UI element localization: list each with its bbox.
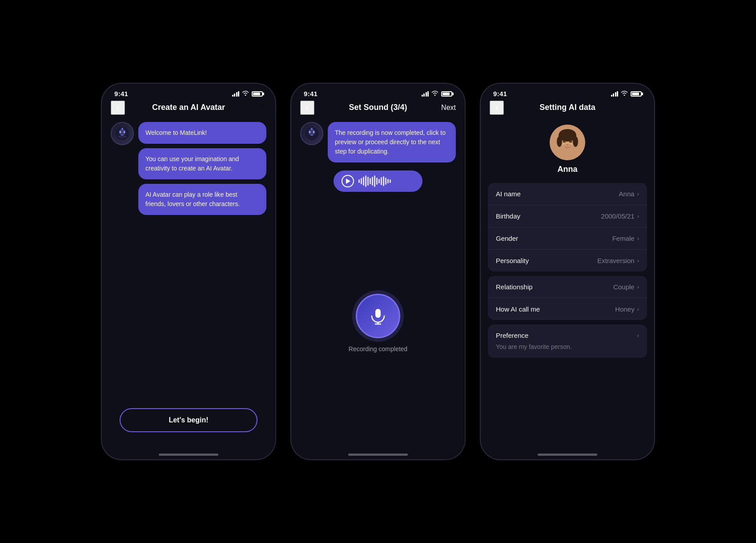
mic-circle-container: Recording completed <box>349 210 407 437</box>
svg-point-14 <box>313 132 314 133</box>
status-icons-2 <box>422 90 453 97</box>
svg-rect-18 <box>375 309 381 318</box>
nav-bar-2: ‹ Set Sound (3/4) Next <box>291 101 465 118</box>
status-bar-3: 9:41 <box>481 84 654 101</box>
wifi-icon-1 <box>242 90 249 97</box>
waveform <box>358 175 414 187</box>
chat-bubble-1: Welcome to MateLink! <box>138 122 266 144</box>
pref-text: You are my favorite person. <box>496 343 572 350</box>
svg-point-26 <box>573 136 578 147</box>
back-button-1[interactable]: ‹ <box>111 101 125 115</box>
chat-row-1: Welcome to MateLink! You can use your im… <box>111 122 266 215</box>
bot-avatar-1 <box>111 122 134 145</box>
label-birthday: Birthday <box>496 212 520 220</box>
mic-circle[interactable] <box>356 294 400 338</box>
avatar-section: Anna <box>481 118 654 183</box>
phone-2: 9:41 ‹ Set Sound (3/4) Next <box>291 84 465 459</box>
settings-group-1: AI name Anna › Birthday 2000/05/21 › Gen… <box>488 183 647 272</box>
phone2-content: The recording is now completed, click to… <box>291 118 465 450</box>
status-time-3: 9:41 <box>493 90 507 97</box>
chevron-personality: › <box>637 257 639 264</box>
chevron-birthday: › <box>637 213 639 219</box>
settings-item-ai-name[interactable]: AI name Anna › <box>488 183 647 205</box>
status-icons-1 <box>232 90 263 97</box>
nav-title-1: Create an AI Avatar <box>152 103 225 112</box>
signal-icon-1 <box>232 91 240 97</box>
begin-button[interactable]: Let's begin! <box>120 408 257 432</box>
status-time-2: 9:41 <box>304 90 318 97</box>
svg-point-28 <box>569 141 572 143</box>
signal-icon-2 <box>422 91 429 97</box>
battery-icon-2 <box>441 91 452 97</box>
status-bar-1: 9:41 <box>102 84 275 101</box>
svg-rect-6 <box>121 134 124 135</box>
chat-bubbles-1: Welcome to MateLink! You can use your im… <box>138 122 266 215</box>
next-button-2[interactable]: Next <box>441 104 456 112</box>
svg-point-29 <box>567 144 568 146</box>
chat-bubble-sound: The recording is now completed, click to… <box>328 122 456 162</box>
recording-label: Recording completed <box>349 345 407 353</box>
value-call-me: Honey › <box>615 305 639 313</box>
bot-avatar-2 <box>300 122 323 145</box>
value-gender: Female › <box>612 235 639 242</box>
label-relationship: Relationship <box>496 283 533 291</box>
chat-area-1: Welcome to MateLink! You can use your im… <box>111 122 266 399</box>
settings-item-relationship[interactable]: Relationship Couple › <box>488 276 647 298</box>
chat-bubble-3: AI Avatar can play a role like best frie… <box>138 184 266 215</box>
signal-icon-3 <box>611 91 619 97</box>
label-call-me: How AI call me <box>496 305 540 313</box>
ai-avatar-image <box>550 125 585 160</box>
chevron-preference: › <box>637 332 639 339</box>
value-ai-name: Anna › <box>619 190 639 198</box>
chevron-gender: › <box>637 235 639 242</box>
status-bar-2: 9:41 <box>291 84 465 101</box>
label-preference: Preference <box>496 332 528 339</box>
nav-title-3: Setting AI data <box>539 103 595 112</box>
battery-icon-3 <box>631 91 642 97</box>
label-gender: Gender <box>496 235 518 242</box>
wifi-icon-2 <box>431 90 438 97</box>
phone3-content: Anna AI name Anna › Birthday 2000/05/21 … <box>481 118 654 450</box>
audio-player[interactable] <box>334 170 422 192</box>
settings-group-3: Preference › You are my favorite person. <box>488 324 647 358</box>
svg-point-17 <box>311 128 313 129</box>
settings-item-personality[interactable]: Personality Extraversion › <box>488 250 647 272</box>
chevron-relationship: › <box>637 284 639 290</box>
svg-point-13 <box>309 132 310 133</box>
value-personality: Extraversion › <box>597 257 639 264</box>
value-relationship: Couple › <box>613 283 639 291</box>
settings-item-call-me[interactable]: How AI call me Honey › <box>488 298 647 320</box>
nav-bar-3: ‹ Setting AI data <box>481 101 654 118</box>
svg-point-27 <box>563 141 566 143</box>
nav-title-2: Set Sound (3/4) <box>349 103 407 112</box>
back-button-3[interactable]: ‹ <box>490 101 504 115</box>
nav-bar-1: ‹ Create an AI Avatar <box>102 101 275 118</box>
pref-header: Preference › <box>496 332 639 339</box>
home-indicator-2 <box>348 454 408 456</box>
svg-point-25 <box>557 136 562 147</box>
svg-point-8 <box>122 128 123 129</box>
chevron-call-me: › <box>637 306 639 312</box>
chevron-ai-name: › <box>637 190 639 197</box>
phone1-content: Welcome to MateLink! You can use your im… <box>102 118 275 450</box>
back-button-2[interactable]: ‹ <box>300 101 314 115</box>
wifi-icon-3 <box>621 90 628 97</box>
play-button[interactable] <box>342 175 354 187</box>
play-triangle-icon <box>346 178 350 184</box>
label-personality: Personality <box>496 257 529 264</box>
status-icons-3 <box>611 90 642 97</box>
svg-point-4 <box>120 132 121 133</box>
settings-list: AI name Anna › Birthday 2000/05/21 › Gen… <box>481 183 654 450</box>
settings-item-preference[interactable]: Preference › You are my favorite person. <box>488 324 647 358</box>
chat-row-2: The recording is now completed, click to… <box>300 122 456 162</box>
settings-item-birthday[interactable]: Birthday 2000/05/21 › <box>488 205 647 227</box>
label-ai-name: AI name <box>496 190 521 198</box>
svg-point-5 <box>124 132 125 133</box>
ai-name: Anna <box>558 165 578 174</box>
home-indicator-3 <box>538 454 597 456</box>
status-time-1: 9:41 <box>114 90 128 97</box>
phone-1: 9:41 ‹ Create an AI Avatar <box>102 84 275 459</box>
settings-group-2: Relationship Couple › How AI call me Hon… <box>488 276 647 320</box>
value-birthday: 2000/05/21 › <box>601 212 639 220</box>
settings-item-gender[interactable]: Gender Female › <box>488 227 647 250</box>
